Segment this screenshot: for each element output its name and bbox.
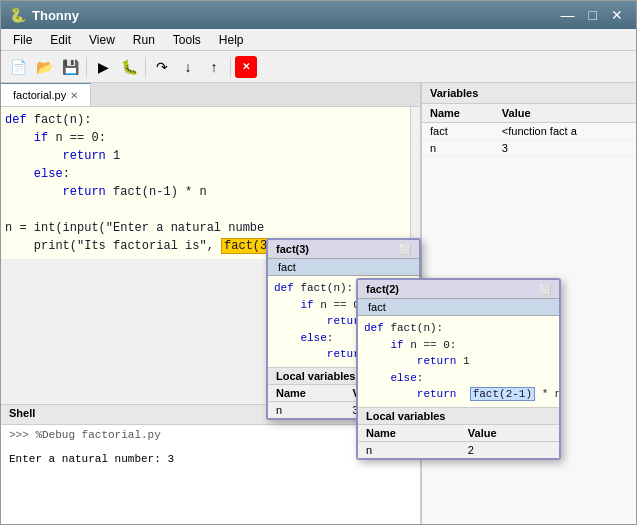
run-button[interactable]: ▶ <box>91 55 115 79</box>
main-window: 🐍 Thonny — □ ✕ File Edit View Run Tools … <box>0 0 637 525</box>
variables-table: Name Value fact <function fact a n 3 <box>422 104 636 157</box>
code-line-1: def fact(n): <box>5 111 406 129</box>
debug-locals-2-header: Name Value <box>358 425 559 442</box>
debug-locals-2-col-value: Value <box>460 425 559 442</box>
dbg2-line-3: return 1 <box>364 353 553 370</box>
shell-line-2 <box>9 441 412 453</box>
code-line-5: return fact(n-1) * n <box>5 183 406 201</box>
local2-name-1: n <box>358 441 460 458</box>
debug-frame-1-title: fact(3) ⬜ <box>268 240 419 259</box>
menu-edit[interactable]: Edit <box>42 31 79 48</box>
var-name-1: fact <box>422 123 494 140</box>
var-value-1: <function fact a <box>494 123 636 140</box>
var-value-2: 3 <box>494 140 636 157</box>
var-name-2: n <box>422 140 494 157</box>
debug-locals-1-col-name: Name <box>268 385 345 402</box>
tab-bar: factorial.py ✕ <box>1 83 420 107</box>
local2-value-1: 2 <box>460 441 559 458</box>
menu-view[interactable]: View <box>81 31 123 48</box>
close-button[interactable]: ✕ <box>606 8 628 22</box>
table-row: fact <function fact a <box>422 123 636 140</box>
dbg2-line-4: else: <box>364 370 553 387</box>
debug-locals-2-table: Name Value n 2 <box>358 425 559 458</box>
step-out-button[interactable]: ↑ <box>202 55 226 79</box>
debug-frame-2-expand-icon[interactable]: ⬜ <box>539 284 551 295</box>
tab-close-icon[interactable]: ✕ <box>70 90 78 101</box>
toolbar: 📄 📂 💾 ▶ 🐛 ↷ ↓ ↑ ✕ <box>1 51 636 83</box>
variables-title: Variables <box>422 83 636 104</box>
code-line-3: return 1 <box>5 147 406 165</box>
toolbar-separator-3 <box>230 57 231 77</box>
title-bar-left: 🐍 Thonny <box>9 7 79 23</box>
dbg2-line-1: def fact(n): <box>364 320 553 337</box>
variables-col-value: Value <box>494 104 636 123</box>
code-line-2: if n == 0: <box>5 129 406 147</box>
debug-frame-2-title: fact(2) ⬜ <box>358 280 559 299</box>
debug-locals-2-title: Local variables <box>358 408 559 425</box>
debug-frame-2-tab[interactable]: fact <box>358 299 559 316</box>
tab-label: factorial.py <box>13 89 66 101</box>
dbg2-line-2: if n == 0: <box>364 337 553 354</box>
debug-locals-2-col-name: Name <box>358 425 460 442</box>
new-file-button[interactable]: 📄 <box>6 55 30 79</box>
debug-frame-2: fact(2) ⬜ fact def fact(n): if n == 0: r… <box>356 278 561 460</box>
menu-help[interactable]: Help <box>211 31 252 48</box>
shell-line-3: Enter a natural number: 3 <box>9 453 412 465</box>
debug-frame-2-code[interactable]: def fact(n): if n == 0: return 1 else: r… <box>358 316 559 407</box>
window-title: Thonny <box>32 8 79 23</box>
main-content: factorial.py ✕ def fact(n): if n == 0: r… <box>1 83 636 524</box>
minimize-button[interactable]: — <box>556 8 580 22</box>
debug-frame-1-title-text: fact(3) <box>276 243 309 255</box>
menu-run[interactable]: Run <box>125 31 163 48</box>
debug-frame-2-title-text: fact(2) <box>366 283 399 295</box>
code-area[interactable]: def fact(n): if n == 0: return 1 else: r… <box>1 107 410 259</box>
save-file-button[interactable]: 💾 <box>58 55 82 79</box>
maximize-button[interactable]: □ <box>584 8 602 22</box>
menu-file[interactable]: File <box>5 31 40 48</box>
local1-name-1: n <box>268 401 345 418</box>
title-bar: 🐍 Thonny — □ ✕ <box>1 1 636 29</box>
step-over-button[interactable]: ↷ <box>150 55 174 79</box>
code-line-4: else: <box>5 165 406 183</box>
menubar: File Edit View Run Tools Help <box>1 29 636 51</box>
debug-button[interactable]: 🐛 <box>117 55 141 79</box>
window-controls: — □ ✕ <box>556 8 628 22</box>
toolbar-separator-2 <box>145 57 146 77</box>
app-icon: 🐍 <box>9 7 26 23</box>
variables-col-name: Name <box>422 104 494 123</box>
debug-frame-1-tab[interactable]: fact <box>268 259 419 276</box>
dbg2-line-5: return fact(2-1) * n <box>364 386 553 403</box>
variables-header-row: Name Value <box>422 104 636 123</box>
menu-tools[interactable]: Tools <box>165 31 209 48</box>
step-into-button[interactable]: ↓ <box>176 55 200 79</box>
table-row: n 3 <box>422 140 636 157</box>
tab-factorial[interactable]: factorial.py ✕ <box>1 83 91 106</box>
toolbar-separator-1 <box>86 57 87 77</box>
open-file-button[interactable]: 📂 <box>32 55 56 79</box>
stop-button[interactable]: ✕ <box>235 56 257 78</box>
debug-locals-2: Local variables Name Value n 2 <box>358 407 559 458</box>
shell-line-1: >>> %Debug factorial.py <box>9 429 412 441</box>
debug-frame-1-expand-icon[interactable]: ⬜ <box>399 244 411 255</box>
table-row: n 2 <box>358 441 559 458</box>
code-line-7: n = int(input("Enter a natural numbe <box>5 219 406 237</box>
code-line-6 <box>5 201 406 219</box>
